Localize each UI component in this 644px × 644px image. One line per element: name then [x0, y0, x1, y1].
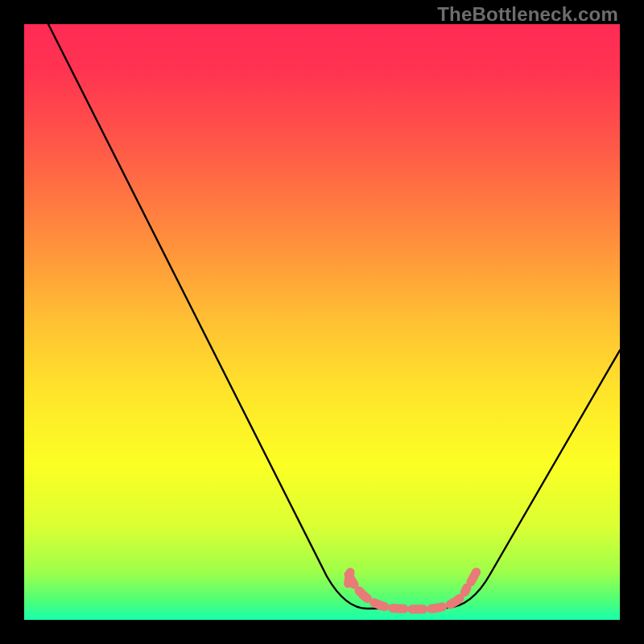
curve-layer [24, 24, 620, 620]
chart-frame [24, 24, 620, 620]
optimal-region-highlight [348, 570, 477, 609]
bottleneck-curve [48, 24, 620, 609]
watermark-text: TheBottleneck.com [437, 3, 618, 26]
